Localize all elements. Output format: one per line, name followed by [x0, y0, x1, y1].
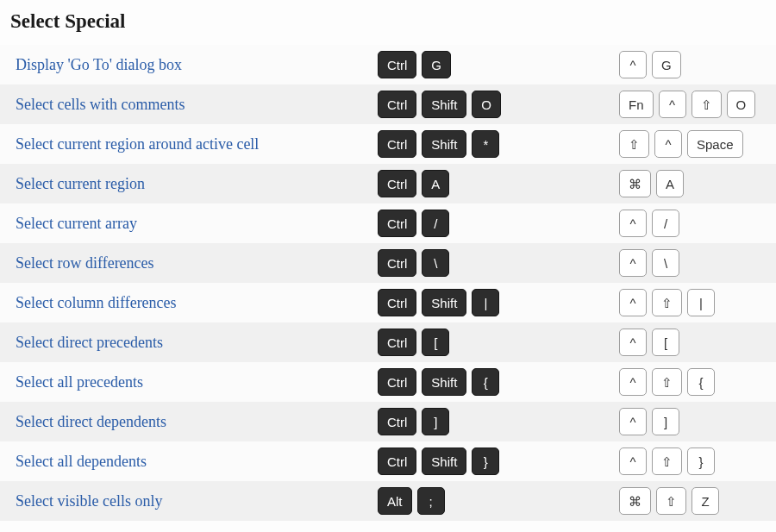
key-light: ⇧ — [652, 289, 682, 316]
key-light: ^ — [654, 130, 682, 158]
key-dark: * — [472, 130, 499, 158]
key-light: ⌘ — [619, 170, 651, 197]
windows-shortcut: CtrlShift} — [378, 448, 619, 475]
key-light: ⇧ — [656, 487, 686, 515]
windows-shortcut: CtrlShift| — [378, 289, 619, 316]
section-title: Select Special — [10, 10, 776, 33]
key-light: G — [652, 51, 681, 78]
key-light: ^ — [619, 51, 647, 78]
key-light: ⇧ — [652, 368, 682, 396]
mac-shortcut: ⌘A — [619, 170, 769, 197]
mac-shortcut: ^⇧| — [619, 289, 769, 316]
shortcut-name-link[interactable]: Select visible cells only — [16, 492, 378, 510]
table-row: Select visible cells onlyAlt;⌘⇧Z — [0, 481, 776, 521]
mac-shortcut: ^G — [619, 51, 769, 78]
shortcut-name-link[interactable]: Select column differences — [16, 294, 378, 312]
key-dark: G — [422, 51, 451, 78]
key-dark: Shift — [422, 289, 466, 316]
mac-shortcut: ^\ — [619, 249, 769, 277]
mac-shortcut: ^[ — [619, 329, 769, 356]
key-light: O — [727, 91, 756, 118]
windows-shortcut: CtrlShift{ — [378, 368, 619, 396]
key-dark: { — [472, 368, 499, 396]
table-row: Select current region around active cell… — [0, 124, 776, 164]
shortcut-name-link[interactable]: Select direct precedents — [16, 334, 378, 352]
key-light: ^ — [619, 408, 647, 435]
key-light: ⇧ — [652, 448, 682, 475]
key-dark: Shift — [422, 91, 466, 118]
key-dark: Ctrl — [378, 448, 416, 475]
key-dark: Ctrl — [378, 91, 416, 118]
key-light: Space — [687, 130, 743, 158]
table-row: Select current arrayCtrl/^/ — [0, 203, 776, 243]
mac-shortcut: Fn^⇧O — [619, 91, 769, 118]
key-dark: ] — [422, 408, 449, 435]
mac-shortcut: ⌘⇧Z — [619, 487, 769, 515]
key-dark: Ctrl — [378, 130, 416, 158]
table-row: Select row differencesCtrl\^\ — [0, 243, 776, 283]
shortcut-name-link[interactable]: Select cells with comments — [16, 96, 378, 114]
key-light: ^ — [619, 329, 647, 356]
key-dark: Shift — [422, 130, 466, 158]
key-dark: } — [472, 448, 499, 475]
windows-shortcut: CtrlShiftO — [378, 91, 619, 118]
key-light: ^ — [659, 91, 686, 118]
key-light: ] — [652, 408, 679, 435]
key-light: ^ — [619, 368, 647, 396]
key-light: ^ — [619, 210, 647, 237]
mac-shortcut: ^/ — [619, 210, 769, 237]
shortcut-name-link[interactable]: Display 'Go To' dialog box — [16, 56, 378, 74]
windows-shortcut: Ctrl[ — [378, 329, 619, 356]
key-light: ^ — [619, 289, 647, 316]
shortcut-name-link[interactable]: Select direct dependents — [16, 413, 378, 431]
key-dark: A — [422, 170, 449, 197]
key-dark: Ctrl — [378, 249, 416, 277]
key-dark: Shift — [422, 448, 466, 475]
table-row: Select direct dependentsCtrl]^] — [0, 402, 776, 441]
key-dark: Ctrl — [378, 51, 416, 78]
key-dark: Ctrl — [378, 329, 416, 356]
mac-shortcut: ^⇧{ — [619, 368, 769, 396]
key-light: Fn — [619, 91, 654, 118]
key-light: } — [687, 448, 715, 475]
key-light: ^ — [619, 448, 647, 475]
key-light: ⇧ — [619, 130, 649, 158]
table-row: Select all precedentsCtrlShift{^⇧{ — [0, 362, 776, 402]
key-light: Z — [692, 487, 719, 515]
key-dark: / — [422, 210, 449, 237]
shortcut-name-link[interactable]: Select current array — [16, 215, 378, 233]
windows-shortcut: Ctrl] — [378, 408, 619, 435]
key-dark: Ctrl — [378, 170, 416, 197]
shortcut-name-link[interactable]: Select all dependents — [16, 453, 378, 471]
key-light: ⌘ — [619, 487, 651, 515]
windows-shortcut: Ctrl\ — [378, 249, 619, 277]
key-light: / — [652, 210, 679, 237]
mac-shortcut: ⇧^Space — [619, 130, 769, 158]
key-light: [ — [652, 329, 679, 356]
shortcut-name-link[interactable]: Select all precedents — [16, 373, 378, 391]
table-row: Select all dependentsCtrlShift}^⇧} — [0, 441, 776, 481]
mac-shortcut: ^] — [619, 408, 769, 435]
key-dark: [ — [422, 329, 449, 356]
key-dark: ; — [417, 487, 445, 515]
key-light: { — [687, 368, 715, 396]
key-dark: Ctrl — [378, 289, 416, 316]
key-dark: Shift — [422, 368, 466, 396]
shortcut-table: Display 'Go To' dialog boxCtrlG^GSelect … — [0, 45, 776, 521]
shortcut-name-link[interactable]: Select row differences — [16, 254, 378, 272]
table-row: Display 'Go To' dialog boxCtrlG^G — [0, 45, 776, 84]
windows-shortcut: CtrlShift* — [378, 130, 619, 158]
table-row: Select direct precedentsCtrl[^[ — [0, 322, 776, 362]
key-dark: | — [472, 289, 499, 316]
key-dark: O — [472, 91, 501, 118]
key-dark: Ctrl — [378, 368, 416, 396]
key-light: | — [687, 289, 715, 316]
windows-shortcut: CtrlG — [378, 51, 619, 78]
key-dark: Ctrl — [378, 408, 416, 435]
windows-shortcut: CtrlA — [378, 170, 619, 197]
shortcut-name-link[interactable]: Select current region around active cell — [16, 135, 378, 153]
key-light: \ — [652, 249, 679, 277]
key-light: ⇧ — [692, 91, 722, 118]
table-row: Select cells with commentsCtrlShiftOFn^⇧… — [0, 84, 776, 124]
shortcut-name-link[interactable]: Select current region — [16, 175, 378, 193]
